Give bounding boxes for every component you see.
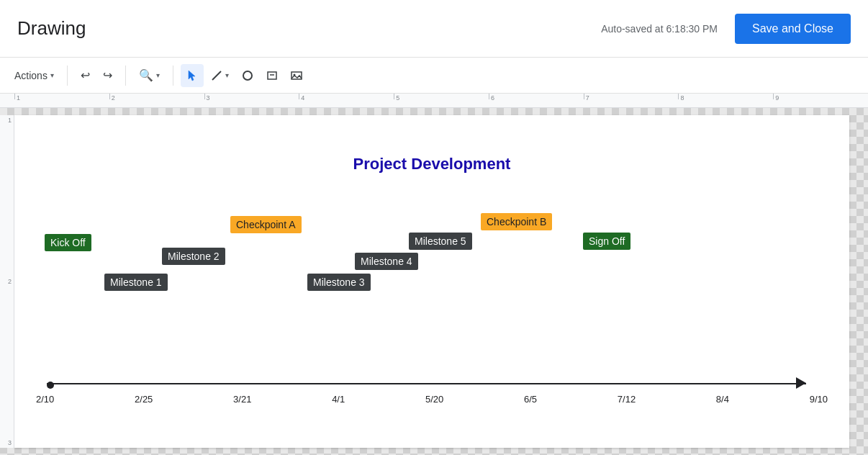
dates-row: 2/10 2/25 3/21 4/1 5/20 6/5 7/12 8/4 9/1… [36,394,828,405]
cursor-icon [186,70,198,81]
svg-point-2 [243,71,252,80]
select-tool-button[interactable] [181,64,204,87]
date-5: 5/20 [425,394,443,405]
autosave-status: Auto-saved at 6:18:30 PM [601,23,718,35]
actions-group: Actions ▾ [9,64,60,87]
separator-1 [67,66,68,86]
image-icon [291,70,302,81]
ruler: 1 2 3 4 5 6 7 8 9 [0,94,868,108]
ruler-marks: 1 2 3 4 5 6 7 8 9 [14,94,868,107]
milestone-1: Milestone 1 [104,274,168,291]
ruler-mark-4: 4 [299,94,394,99]
checkpoint-a: Checkpoint A [230,216,302,233]
shape-icon [242,70,253,81]
milestone-2: Milestone 2 [162,248,225,265]
checkpoint-b: Checkpoint B [481,213,552,230]
ruler-mark-6: 6 [489,94,584,99]
ruler-mark-5: 5 [394,94,489,99]
separator-3 [173,66,173,86]
redo-icon: ↪ [103,68,112,82]
line-icon [211,70,222,81]
diagram-title: Project Development [353,155,511,174]
zoom-group: 🔍 ▾ [133,64,166,87]
zoom-button[interactable]: 🔍 ▾ [133,64,166,87]
left-ruler-mark-2: 2 [0,278,14,285]
actions-label: Actions [14,70,48,81]
milestone-kickoff: Kick Off [45,234,91,251]
canvas-area[interactable]: 1 2 3 Project Development Kick Off Miles… [0,108,868,455]
date-4: 4/1 [332,394,345,405]
milestone-5: Milestone 5 [409,233,472,250]
date-7: 7/12 [618,394,636,405]
tools-group: ▾ [181,64,308,87]
date-9: 9/10 [810,394,828,405]
milestone-4: Milestone 4 [355,253,418,270]
ruler-mark-2: 2 [109,94,204,99]
date-3: 3/21 [233,394,251,405]
left-ruler-mark-3: 3 [0,439,14,446]
drawing-area[interactable]: Project Development Kick Off Milestone 1… [14,115,849,448]
timeline-arrow-head [796,377,806,389]
header: Drawing Auto-saved at 6:18:30 PM Save an… [0,0,868,58]
textbox-icon [266,70,278,81]
shape-tool-button[interactable] [236,64,259,87]
svg-rect-3 [268,72,276,79]
textbox-tool-button[interactable] [261,64,284,87]
date-6: 6/5 [524,394,537,405]
undo-icon: ↩ [81,68,90,82]
left-ruler-mark-1: 1 [0,117,14,124]
date-8: 8/4 [716,394,729,405]
actions-dropdown-icon: ▾ [50,71,54,79]
milestone-signoff: Sign Off [583,233,630,250]
separator-2 [125,66,126,86]
ruler-mark-8: 8 [678,94,773,99]
save-close-button[interactable]: Save and Close [735,14,851,44]
actions-button[interactable]: Actions ▾ [9,64,60,87]
timeline-line [47,383,806,384]
app-title: Drawing [17,17,86,40]
image-tool-button[interactable] [285,64,308,87]
date-2: 2/25 [135,394,153,405]
milestone-3: Milestone 3 [307,274,371,291]
left-ruler: 1 2 3 [0,115,14,448]
ruler-mark-7: 7 [584,94,679,99]
ruler-mark-9: 9 [773,94,868,99]
ruler-mark-3: 3 [204,94,299,99]
redo-button[interactable]: ↪ [97,64,118,87]
svg-line-1 [212,71,221,80]
zoom-dropdown-icon: ▾ [156,71,160,79]
history-group: ↩ ↪ [75,64,118,87]
line-dropdown-icon: ▾ [225,71,229,79]
zoom-icon: 🔍 [139,68,153,82]
line-tool-button[interactable]: ▾ [205,64,235,87]
toolbar: Actions ▾ ↩ ↪ 🔍 ▾ ▾ [0,58,868,94]
undo-button[interactable]: ↩ [75,64,96,87]
svg-marker-0 [189,71,195,81]
ruler-mark-1: 1 [14,94,109,99]
date-1: 2/10 [36,394,54,405]
